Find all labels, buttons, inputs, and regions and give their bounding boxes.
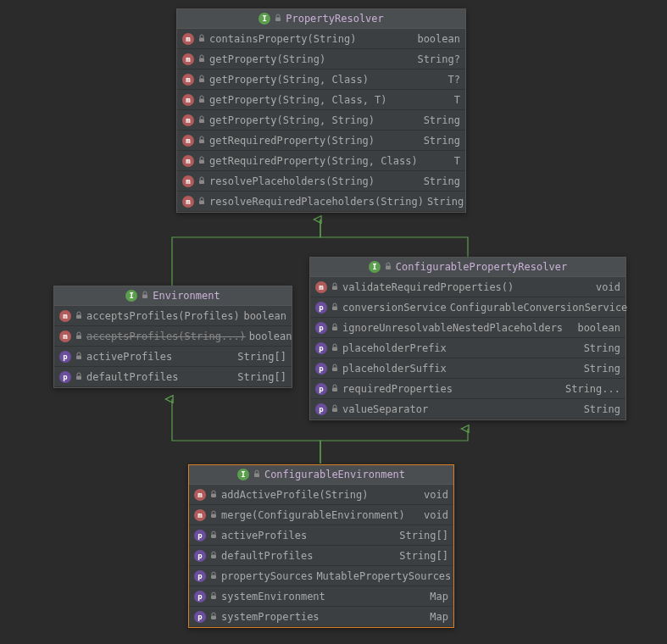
member-name: systemProperties xyxy=(221,611,426,623)
method-row[interactable]: mresolveRequiredPlaceholders(String)Stri… xyxy=(177,192,465,212)
property-row[interactable]: pplaceholderPrefixString xyxy=(310,338,625,358)
member-name: defaultProfiles xyxy=(221,550,396,562)
method-row[interactable]: macceptsProfiles(String...)boolean xyxy=(54,326,292,347)
property-row[interactable]: psystemPropertiesMap xyxy=(189,607,453,627)
lock-icon xyxy=(197,94,206,106)
interface-icon: I xyxy=(369,261,381,273)
svg-rect-21 xyxy=(76,355,81,359)
member-list: mcontainsProperty(String)booleanmgetProp… xyxy=(177,29,465,212)
method-row[interactable]: mgetProperty(String, Class)T? xyxy=(177,69,465,90)
method-row[interactable]: mgetProperty(String)String? xyxy=(177,49,465,69)
method-row[interactable]: mcontainsProperty(String)boolean xyxy=(177,29,465,49)
lock-icon xyxy=(274,13,282,25)
member-type: void xyxy=(424,509,448,521)
lock-icon xyxy=(197,155,206,167)
member-type: Map xyxy=(430,611,448,623)
method-icon: m xyxy=(182,33,194,45)
lock-icon xyxy=(331,322,339,334)
method-icon: m xyxy=(182,175,194,187)
property-icon: p xyxy=(315,302,327,314)
member-type: String[] xyxy=(399,550,448,562)
method-icon: m xyxy=(194,489,206,501)
member-name: getProperty(String, Class) xyxy=(209,74,445,86)
property-row[interactable]: ppropertySourcesMutablePropertySources xyxy=(189,566,453,586)
method-icon: m xyxy=(182,94,194,106)
svg-rect-13 xyxy=(332,326,337,330)
class-header: I ConfigurablePropertyResolver xyxy=(310,258,625,277)
member-type: void xyxy=(424,489,448,501)
property-row[interactable]: pdefaultProfilesString[] xyxy=(54,367,292,387)
lock-icon xyxy=(331,342,339,354)
property-icon: p xyxy=(194,550,206,562)
member-list: mvalidateRequiredProperties()voidpconver… xyxy=(310,277,625,419)
class-header: I Environment xyxy=(54,286,292,306)
member-name: conversionService xyxy=(342,302,447,314)
lock-icon xyxy=(197,196,206,208)
lock-icon xyxy=(197,135,206,147)
member-type: T xyxy=(454,155,460,167)
method-row[interactable]: mgetProperty(String, Class, T)T xyxy=(177,90,465,110)
property-row[interactable]: pignoreUnresolvableNestedPlaceholdersboo… xyxy=(310,318,625,338)
member-type: String xyxy=(424,114,460,126)
method-icon: m xyxy=(59,330,71,342)
method-row[interactable]: mgetRequiredProperty(String)String xyxy=(177,130,465,151)
class-configurablepropertyresolver[interactable]: I ConfigurablePropertyResolver mvalidate… xyxy=(309,257,626,420)
lock-icon xyxy=(209,611,218,623)
lock-icon xyxy=(253,469,261,480)
member-type: ConfigurableConversionService xyxy=(450,302,628,314)
class-configurableenvironment[interactable]: I ConfigurableEnvironment maddActiveProf… xyxy=(188,464,454,628)
svg-rect-9 xyxy=(199,200,204,204)
class-name: ConfigurableEnvironment xyxy=(264,469,405,480)
method-icon: m xyxy=(182,114,194,126)
property-row[interactable]: pactiveProfilesString[] xyxy=(54,347,292,367)
method-icon: m xyxy=(182,53,194,65)
method-row[interactable]: mresolvePlaceholders(String)String xyxy=(177,171,465,192)
svg-rect-30 xyxy=(211,615,216,619)
lock-icon xyxy=(75,330,83,342)
property-row[interactable]: pvalueSeparatorString xyxy=(310,399,625,419)
lock-icon xyxy=(209,489,218,501)
property-icon: p xyxy=(315,342,327,354)
member-type: String xyxy=(427,196,464,208)
property-row[interactable]: pactiveProfilesString[] xyxy=(189,525,453,546)
lock-icon xyxy=(384,261,392,273)
lock-icon xyxy=(75,351,83,363)
member-name: placeholderPrefix xyxy=(342,342,581,354)
member-name: valueSeparator xyxy=(342,403,581,415)
method-row[interactable]: maddActiveProfile(String)void xyxy=(189,485,453,505)
lock-icon xyxy=(75,310,83,322)
svg-rect-8 xyxy=(199,180,204,184)
method-row[interactable]: mgetRequiredProperty(String, Class)T xyxy=(177,151,465,171)
property-row[interactable]: pconversionServiceConfigurableConversion… xyxy=(310,297,625,318)
method-row[interactable]: mmerge(ConfigurableEnvironment)void xyxy=(189,505,453,525)
svg-rect-20 xyxy=(76,335,81,339)
property-row[interactable]: pdefaultProfilesString[] xyxy=(189,546,453,566)
svg-rect-22 xyxy=(76,375,81,380)
property-icon: p xyxy=(194,591,206,602)
class-propertyresolver[interactable]: I PropertyResolver mcontainsProperty(Str… xyxy=(176,8,466,213)
svg-rect-3 xyxy=(199,78,204,82)
property-row[interactable]: pplaceholderSuffixString xyxy=(310,358,625,379)
method-row[interactable]: mvalidateRequiredProperties()void xyxy=(310,277,625,297)
lock-icon xyxy=(197,74,206,86)
property-icon: p xyxy=(315,363,327,375)
member-type: boolean xyxy=(417,33,460,45)
member-name: defaultProfiles xyxy=(86,371,234,383)
member-type: boolean xyxy=(577,322,620,334)
member-list: macceptsProfiles(Profiles)booleanmaccept… xyxy=(54,306,292,387)
member-name: getProperty(String, String) xyxy=(209,114,420,126)
lock-icon xyxy=(209,550,218,562)
svg-rect-28 xyxy=(211,575,216,579)
property-row[interactable]: prequiredPropertiesString... xyxy=(310,379,625,399)
method-row[interactable]: macceptsProfiles(Profiles)boolean xyxy=(54,306,292,326)
lock-icon xyxy=(75,371,83,383)
property-icon: p xyxy=(194,570,206,582)
method-icon: m xyxy=(194,509,206,521)
class-environment[interactable]: I Environment macceptsProfiles(Profiles)… xyxy=(53,286,292,388)
property-row[interactable]: psystemEnvironmentMap xyxy=(189,586,453,607)
lock-icon xyxy=(209,570,218,582)
class-header: I ConfigurableEnvironment xyxy=(189,465,453,485)
svg-rect-14 xyxy=(332,347,337,351)
member-name: placeholderSuffix xyxy=(342,363,581,375)
method-row[interactable]: mgetProperty(String, String)String xyxy=(177,110,465,130)
